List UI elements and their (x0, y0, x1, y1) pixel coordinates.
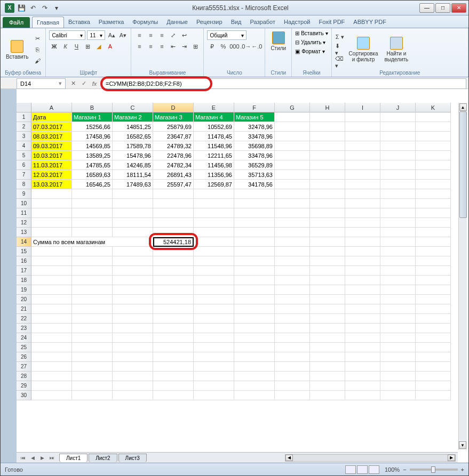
cell[interactable] (275, 352, 310, 362)
cell[interactable] (275, 295, 310, 304)
cell[interactable] (310, 343, 345, 352)
cell[interactable] (416, 160, 451, 170)
row-header[interactable]: 10 (17, 199, 31, 208)
format-button[interactable]: ▣ Формат ▾ (295, 49, 328, 54)
cell[interactable] (380, 208, 416, 218)
cell[interactable] (153, 256, 194, 266)
cell[interactable]: 25879,69 (153, 122, 194, 132)
select-all-button[interactable] (17, 103, 31, 112)
cell[interactable] (194, 343, 234, 352)
cell[interactable] (310, 285, 345, 295)
cell[interactable] (113, 228, 153, 237)
align-bot-icon[interactable]: ≡ (157, 30, 166, 40)
inc-decimal-icon[interactable]: .0→ (241, 42, 250, 51)
close-button[interactable]: ✕ (451, 3, 466, 13)
fx-icon[interactable]: fx (90, 79, 99, 88)
cell[interactable] (416, 304, 451, 314)
cell[interactable] (72, 218, 113, 228)
row-header[interactable]: 26 (17, 352, 31, 362)
cell[interactable] (380, 276, 416, 285)
cell[interactable]: 23647,87 (153, 132, 194, 141)
cell[interactable] (72, 324, 113, 333)
cell[interactable]: 16589,63 (72, 170, 113, 180)
cell[interactable]: 08.03.2017 (31, 132, 72, 141)
cell[interactable] (380, 247, 416, 256)
cell[interactable] (234, 333, 275, 343)
row-header[interactable]: 23 (17, 324, 31, 333)
cell[interactable] (194, 237, 234, 247)
cell[interactable] (310, 237, 345, 247)
row-header[interactable]: 12 (17, 218, 31, 228)
cell[interactable] (234, 237, 275, 247)
number-format-combo[interactable]: Общий▾ (207, 30, 247, 40)
cell[interactable] (345, 295, 380, 304)
cell[interactable] (416, 324, 451, 333)
insert-button[interactable]: ⊞ Вставить ▾ (295, 30, 328, 36)
merge-icon[interactable]: ⊞ (190, 42, 200, 51)
cell[interactable] (380, 295, 416, 304)
cell[interactable] (72, 285, 113, 295)
cell[interactable] (113, 218, 153, 228)
cell[interactable] (113, 256, 153, 266)
cell[interactable] (416, 343, 451, 352)
cell[interactable]: Дата (31, 112, 72, 122)
fill-icon[interactable]: ⬇ ▾ (335, 45, 345, 54)
cell[interactable] (380, 237, 416, 247)
cell[interactable]: 24782,34 (153, 160, 194, 170)
cell[interactable] (416, 314, 451, 324)
cell[interactable] (416, 237, 451, 247)
cell[interactable] (31, 276, 72, 285)
cell[interactable] (310, 372, 345, 381)
cell[interactable]: Магазин 4 (194, 112, 234, 122)
cell[interactable] (310, 112, 345, 122)
undo-icon[interactable]: ↶ (28, 3, 38, 13)
formula-input[interactable]: =СУММ(B2:B8;D2:D8;F2:F8) (102, 78, 466, 89)
cell[interactable] (194, 285, 234, 295)
cell[interactable] (310, 266, 345, 276)
cell[interactable] (72, 333, 113, 343)
cell[interactable] (416, 256, 451, 266)
row-header[interactable]: 25 (17, 343, 31, 352)
cell[interactable]: 11548,96 (194, 141, 234, 151)
cell[interactable] (31, 266, 72, 276)
row-header[interactable]: 21 (17, 304, 31, 314)
cell[interactable] (380, 333, 416, 343)
ribbon-tab[interactable]: Рецензир (192, 17, 227, 28)
cell[interactable] (31, 314, 72, 324)
cell[interactable] (380, 324, 416, 333)
cell[interactable] (113, 266, 153, 276)
cell[interactable]: 11478,45 (194, 132, 234, 141)
cell[interactable] (310, 170, 345, 180)
cell[interactable] (31, 295, 72, 304)
cell[interactable] (234, 372, 275, 381)
cell[interactable] (310, 160, 345, 170)
cell[interactable] (194, 256, 234, 266)
cell[interactable] (153, 208, 194, 218)
cell[interactable] (345, 352, 380, 362)
cell[interactable] (72, 314, 113, 324)
cell[interactable] (275, 276, 310, 285)
format-painter-icon[interactable]: 🖌 (33, 56, 42, 66)
column-header[interactable]: I (345, 103, 380, 112)
cell[interactable] (380, 170, 416, 180)
row-header[interactable]: 9 (17, 189, 31, 199)
cell[interactable] (113, 362, 153, 372)
cell[interactable] (153, 304, 194, 314)
cell[interactable] (275, 218, 310, 228)
ribbon-tab[interactable]: Вставка (64, 17, 94, 28)
cell[interactable] (31, 228, 72, 237)
sheet-tab[interactable]: Лист2 (89, 454, 117, 462)
row-header[interactable]: 8 (17, 180, 31, 189)
vertical-scrollbar[interactable]: ▲ ▼ (458, 103, 467, 450)
cell[interactable] (31, 343, 72, 352)
cell[interactable] (416, 141, 451, 151)
cell[interactable] (153, 333, 194, 343)
column-header[interactable]: J (380, 103, 416, 112)
cell[interactable] (72, 381, 113, 391)
cell[interactable]: 11456,98 (194, 160, 234, 170)
cell[interactable] (380, 266, 416, 276)
ribbon-tab[interactable]: Вид (227, 17, 246, 28)
cell[interactable] (416, 266, 451, 276)
zoom-slider[interactable] (410, 469, 458, 471)
cell[interactable] (345, 132, 380, 141)
